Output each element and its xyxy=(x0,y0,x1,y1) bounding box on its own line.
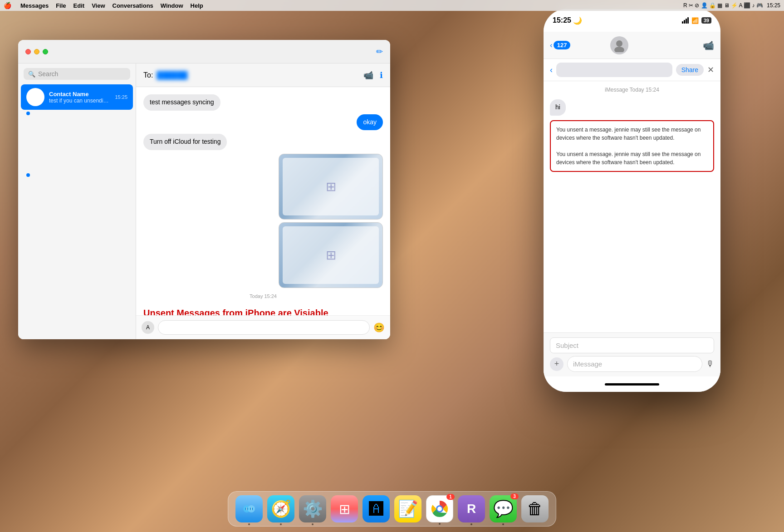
battery-indicator: 39 xyxy=(701,17,711,24)
back-count-badge: 127 xyxy=(554,41,571,49)
moon-icon: 🌙 xyxy=(573,16,582,25)
contact-avatar xyxy=(610,36,628,54)
dock-messages[interactable]: 💬 3 xyxy=(490,495,517,522)
signal-bar-1 xyxy=(682,21,683,24)
screenshot-2 xyxy=(279,222,383,288)
mic-icon[interactable]: 🎙 xyxy=(706,359,714,369)
menu-edit[interactable]: Edit xyxy=(74,2,85,9)
dock-running-dot xyxy=(502,523,504,525)
message-timestamp: Today 15:24 xyxy=(143,293,383,299)
close-button[interactable] xyxy=(25,49,31,54)
search-bar[interactable]: 🔍 Search xyxy=(24,68,130,80)
unread-dot-2 xyxy=(26,173,30,177)
chat-messages: test messages syncing okay Turn off iClo… xyxy=(136,87,390,315)
dock-running-dot xyxy=(248,523,250,525)
chat-recipient: To: ██████ xyxy=(143,71,358,79)
app-name[interactable]: Messages xyxy=(20,2,49,9)
message-bubble: Turn off iCloud for testing xyxy=(143,134,227,150)
recipient-name: ██████ xyxy=(157,71,187,79)
messages-window: ✏ 🔍 Search Contact Name test if you can … xyxy=(18,40,390,339)
signal-bar-4 xyxy=(687,17,689,24)
dock-system-preferences[interactable]: ⚙️ xyxy=(299,495,326,522)
apple-menu[interactable]: 🍎 xyxy=(4,2,11,9)
dock-notes[interactable]: 📝 xyxy=(394,495,421,522)
menu-view[interactable]: View xyxy=(92,2,105,9)
conversation-time: 15:25 xyxy=(115,94,127,100)
menubar-time: 15:25 xyxy=(767,2,780,9)
menu-file[interactable]: File xyxy=(56,2,66,9)
avatar xyxy=(26,88,44,106)
traffic-lights xyxy=(25,49,48,54)
menu-conversations[interactable]: Conversations xyxy=(113,2,153,9)
back-chevron-icon: ‹ xyxy=(550,41,553,50)
messages-badge: 3 xyxy=(510,493,519,499)
search-label: Search xyxy=(38,70,58,78)
dock-launchpad[interactable]: ⊞ xyxy=(331,495,358,522)
wifi-icon: 📶 xyxy=(691,17,699,24)
home-indicator xyxy=(605,383,659,386)
maximize-button[interactable] xyxy=(43,49,48,54)
close-icon[interactable]: ✕ xyxy=(707,65,714,75)
menubar: 🍎 Messages File Edit View Conversations … xyxy=(0,0,784,11)
contact-name-bar xyxy=(556,63,672,77)
conversation-preview: test if you can unsending messages xyxy=(49,98,110,104)
conversation-item-active[interactable]: Contact Name test if you can unsending m… xyxy=(21,84,133,110)
chat-area: To: ██████ 📹 ℹ test messages syncing oka… xyxy=(136,63,390,339)
chat-input-area: A 😊 xyxy=(136,315,390,339)
chat-header: To: ██████ 📹 ℹ xyxy=(136,63,390,87)
window-body: 🔍 Search Contact Name test if you can un… xyxy=(18,63,390,339)
iphone-home-bar xyxy=(544,376,720,392)
unsent-notice-text-2: You unsent a message. jennie may still s… xyxy=(556,151,701,166)
menu-help[interactable]: Help xyxy=(191,2,203,9)
message-input[interactable] xyxy=(158,320,370,335)
minimize-button[interactable] xyxy=(34,49,39,54)
message-bubble: okay xyxy=(357,114,383,131)
imessage-header: ‹ 127 📹 xyxy=(544,32,720,59)
conversation-list: Contact Name test if you can unsending m… xyxy=(18,84,136,339)
iphone-screen: ‹ 127 📹 ‹ Share ✕ iMessage Today 15:24 h… xyxy=(544,32,720,376)
compose-button[interactable]: ✏ xyxy=(376,47,383,57)
subject-field[interactable]: Subject xyxy=(550,337,714,353)
dock-chrome[interactable]: 1 xyxy=(426,495,453,522)
svg-point-12 xyxy=(437,507,442,511)
iphone-status-bar: 15:25 🌙 📶 39 xyxy=(544,9,720,32)
svg-point-2 xyxy=(614,47,624,52)
dock-rocket[interactable]: R xyxy=(458,495,485,522)
annotation-label: Unsent Messages from iPhone are Visiable xyxy=(143,308,328,315)
iphone-time: 15:25 xyxy=(553,16,571,24)
dock-app-store[interactable]: 🅰 xyxy=(363,495,390,522)
iphone-mockup: 15:25 🌙 📶 39 ‹ 127 📹 ‹ xyxy=(544,9,720,392)
to-label: To: xyxy=(143,71,153,79)
imessage-input[interactable]: iMessage xyxy=(567,356,702,372)
dock-running-dot xyxy=(470,523,472,525)
back-button[interactable]: ‹ 127 xyxy=(550,41,570,50)
info-icon[interactable]: ℹ xyxy=(380,70,383,80)
share-row: ‹ Share ✕ xyxy=(544,59,720,81)
sidebar: 🔍 Search Contact Name test if you can un… xyxy=(18,63,136,339)
input-row: + iMessage 🎙 xyxy=(550,356,714,372)
dock-trash[interactable]: 🗑 xyxy=(521,495,549,522)
screenshot-1 xyxy=(279,154,383,220)
emoji-button[interactable]: 😊 xyxy=(373,322,385,333)
app-icon-button[interactable]: A xyxy=(142,321,154,334)
date-label: iMessage Today 15:24 xyxy=(550,87,714,93)
dock-running-dot xyxy=(280,523,282,525)
signal-bar-3 xyxy=(686,19,687,24)
svg-rect-0 xyxy=(30,92,41,102)
menu-window[interactable]: Window xyxy=(161,2,183,9)
dock-running-dot xyxy=(312,523,314,525)
chrome-badge: 1 xyxy=(446,494,455,500)
dock-running-dot xyxy=(439,523,441,525)
share-button[interactable]: Share xyxy=(676,64,704,76)
conversation-info: Contact Name test if you can unsending m… xyxy=(49,91,110,104)
signal-bars xyxy=(682,17,689,24)
plus-button[interactable]: + xyxy=(550,357,564,371)
facetime-icon[interactable]: 📹 xyxy=(703,40,714,51)
dock-safari[interactable]: 🧭 xyxy=(267,495,294,522)
conversation-meta: 15:25 xyxy=(115,94,127,100)
video-call-icon[interactable]: 📹 xyxy=(363,70,373,80)
unread-dot-1 xyxy=(26,112,30,115)
message-bubble: test messages syncing xyxy=(143,94,220,111)
unsent-notice-text-1: You unsent a message. jennie may still s… xyxy=(556,127,701,141)
dock-finder[interactable] xyxy=(235,495,263,522)
